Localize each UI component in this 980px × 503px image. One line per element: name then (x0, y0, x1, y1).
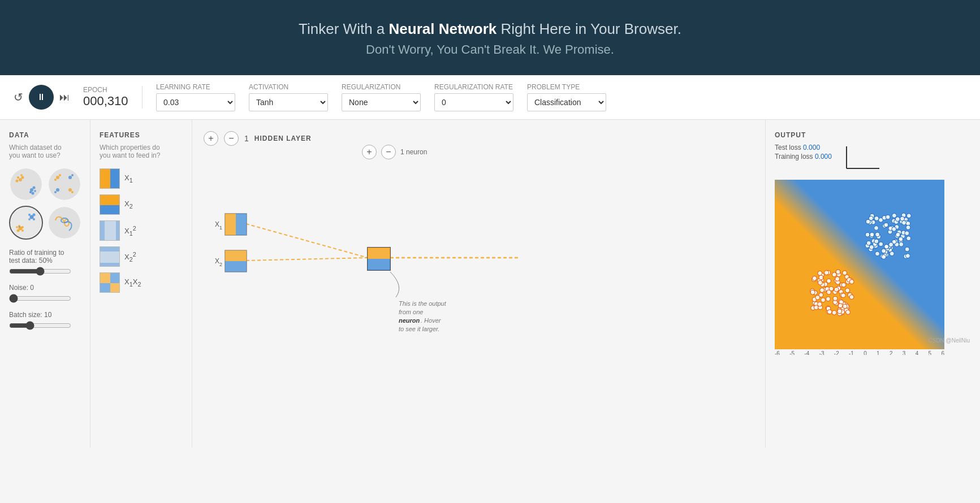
problem-type-select[interactable]: Classification (527, 93, 606, 111)
step-icon: ⏭ (59, 92, 70, 103)
dataset-gauss-icon (10, 207, 42, 239)
svg-point-8 (29, 191, 32, 193)
svg-rect-37 (100, 195, 120, 205)
noise-slider[interactable] (9, 294, 71, 303)
feature-x1sq-icon (100, 221, 120, 241)
dataset-spiral-icon (49, 207, 80, 239)
hidden-layer-title: HIDDEN LAYER (254, 135, 312, 142)
svg-point-27 (16, 226, 18, 228)
svg-point-3 (17, 176, 19, 179)
svg-rect-64 (368, 259, 390, 270)
batch-label: Batch size: 10 (9, 311, 81, 319)
regularization-select[interactable]: None (342, 93, 421, 111)
ratio-label: Ratio of training to test data: 50% (9, 249, 81, 264)
svg-point-2 (21, 176, 24, 179)
ratio-slider[interactable] (9, 267, 71, 276)
feature-x1-icon (100, 169, 120, 189)
activation-select[interactable]: Tanh (249, 93, 328, 111)
svg-rect-63 (368, 248, 390, 259)
svg-point-10 (32, 192, 34, 195)
toolbar-divider (142, 86, 143, 109)
toolbar: ↺ ⏸ ⏭ Epoch 000,310 Learning rate 0.03 A… (0, 75, 980, 120)
training-loss-value: 0.000 (815, 153, 832, 161)
learning-rate-select[interactable]: 0.03 (156, 93, 235, 111)
pause-button[interactable]: ⏸ (29, 85, 54, 110)
svg-text:X: X (215, 220, 219, 228)
svg-point-32 (28, 218, 31, 220)
svg-rect-43 (100, 247, 120, 251)
regularization-label: Regularization (342, 83, 421, 91)
step-button[interactable]: ⏭ (59, 92, 70, 103)
pause-icon: ⏸ (37, 92, 46, 102)
svg-rect-35 (100, 169, 110, 189)
svg-rect-47 (100, 283, 110, 293)
svg-text:X: X (215, 257, 219, 265)
reset-button[interactable]: ↺ (14, 90, 23, 104)
svg-point-24 (21, 229, 24, 232)
svg-rect-53 (225, 214, 236, 235)
activation-label: Activation (249, 83, 328, 91)
svg-text:to see it larger.: to see it larger. (399, 326, 439, 332)
svg-rect-58 (225, 250, 247, 261)
remove-neuron-button[interactable]: − (381, 145, 396, 159)
svg-rect-45 (100, 273, 110, 283)
output-panel: OUTPUT Test loss 0.000 Training loss 0.0… (765, 120, 980, 448)
batch-slider-row (9, 321, 81, 330)
feature-x1x2-box[interactable] (100, 272, 120, 293)
output-canvas (775, 180, 944, 349)
svg-point-15 (68, 176, 72, 179)
feature-x1sq-label: X12 (124, 225, 136, 237)
dataset-gauss[interactable] (9, 206, 43, 240)
add-neuron-button[interactable]: + (362, 145, 377, 159)
network-svg: X 1 X 2 This is the output from one neur… (204, 162, 565, 342)
dataset-cluster[interactable] (9, 167, 43, 201)
svg-rect-54 (236, 214, 247, 235)
epoch-display: Epoch 000,310 (83, 86, 128, 109)
neuron-count-label: 1 neuron (400, 148, 427, 156)
feature-x2-icon (100, 195, 120, 215)
header-line2: Don't Worry, You Can't Break It. We Prom… (11, 42, 969, 57)
noise-slider-row (9, 294, 81, 303)
feature-x2-box[interactable] (100, 194, 120, 215)
feature-x2sq: X22 (100, 246, 183, 267)
svg-point-21 (11, 207, 41, 238)
svg-text:1: 1 (219, 225, 222, 231)
svg-rect-38 (100, 205, 120, 215)
dataset-grid (9, 167, 81, 240)
svg-rect-40 (100, 221, 105, 241)
svg-rect-46 (110, 273, 120, 283)
svg-text:from one: from one (399, 309, 423, 315)
feature-x2sq-box[interactable] (100, 246, 120, 267)
problem-type-label: Problem type (527, 83, 606, 91)
header-line1-suffix: Right Here in Your Browser. (497, 20, 681, 37)
dataset-xor[interactable] (48, 167, 81, 201)
add-layer-button[interactable]: + (204, 131, 218, 146)
feature-x2sq-label: X22 (124, 251, 136, 263)
feature-x1sq-box[interactable] (100, 220, 120, 241)
feature-x2-label: X2 (124, 200, 133, 210)
remove-layer-button[interactable]: − (224, 131, 239, 146)
data-panel: DATA Which dataset do you want to use? (0, 120, 90, 448)
batch-slider[interactable] (9, 321, 71, 330)
features-panel-title: FEATURES (100, 131, 183, 139)
noise-label: Noise: 0 (9, 284, 81, 292)
feature-x1sq: X12 (100, 220, 183, 241)
svg-point-19 (68, 188, 72, 192)
feature-x1-box[interactable] (100, 168, 120, 189)
output-heatmap: 654321 0-1-2-3-4-5-6 -6-5-4-3-2-1 012345… (775, 180, 971, 355)
svg-point-13 (59, 174, 61, 176)
svg-point-0 (10, 168, 42, 200)
dataset-spiral[interactable] (48, 206, 81, 240)
svg-rect-44 (100, 263, 120, 267)
data-panel-title: DATA (9, 131, 81, 139)
test-loss-value: 0.000 (803, 144, 820, 151)
svg-line-49 (246, 224, 368, 258)
svg-point-7 (33, 187, 36, 189)
svg-point-20 (71, 191, 74, 193)
output-title: OUTPUT (775, 131, 971, 139)
feature-x2sq-icon (100, 247, 120, 267)
x-axis-labels: -6-5-4-3-2-1 0123456 (775, 350, 944, 355)
regularization-rate-select[interactable]: 0 (434, 93, 513, 111)
dataset-xor-icon (49, 168, 80, 200)
svg-text:2: 2 (219, 262, 222, 267)
